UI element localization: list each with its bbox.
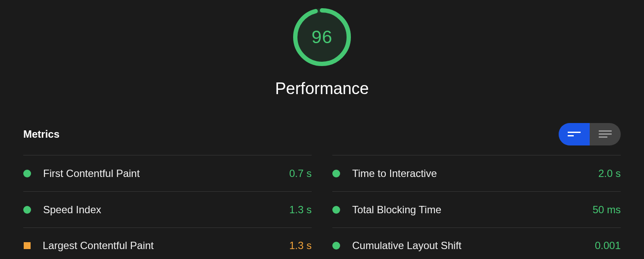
status-good-icon	[23, 206, 31, 214]
score-gauge: 96	[292, 7, 352, 67]
metric-value: 2.0 s	[598, 167, 621, 180]
metric-label: Largest Contentful Paint	[43, 240, 289, 252]
metrics-view-toggle[interactable]	[559, 123, 621, 145]
metric-value: 0.001	[595, 240, 621, 252]
status-warn-icon	[24, 242, 31, 249]
status-good-icon	[332, 170, 340, 177]
metric-label: First Contentful Paint	[43, 167, 289, 180]
view-toggle-compact[interactable]	[559, 123, 590, 145]
metric-label: Time to Interactive	[352, 167, 598, 180]
metric-row[interactable]: Cumulative Layout Shift0.001	[332, 227, 621, 259]
gauge-score-value: 96	[292, 7, 352, 67]
svg-rect-6	[599, 136, 607, 138]
status-good-icon	[332, 206, 340, 214]
metric-row[interactable]: Time to Interactive2.0 s	[332, 155, 621, 191]
status-good-icon	[23, 170, 31, 177]
metric-label: Cumulative Layout Shift	[352, 240, 595, 252]
metric-label: Total Blocking Time	[352, 204, 593, 216]
category-title: Performance	[275, 79, 369, 98]
bars-short-icon	[568, 130, 581, 138]
svg-rect-5	[599, 133, 612, 135]
score-gauge-section: 96 Performance	[23, 7, 621, 98]
metrics-heading: Metrics	[23, 128, 59, 140]
metrics-grid: First Contentful Paint0.7 sSpeed Index1.…	[23, 155, 621, 259]
metrics-column-right: Time to Interactive2.0 sTotal Blocking T…	[332, 155, 621, 259]
metrics-column-left: First Contentful Paint0.7 sSpeed Index1.…	[23, 155, 312, 259]
metric-row[interactable]: First Contentful Paint0.7 s	[23, 155, 312, 191]
view-toggle-expanded[interactable]	[590, 123, 621, 145]
metric-row[interactable]: Speed Index1.3 s	[23, 191, 312, 227]
metric-value: 1.3 s	[289, 204, 312, 216]
bars-long-icon	[599, 130, 612, 139]
metric-row[interactable]: Largest Contentful Paint1.3 s	[23, 227, 312, 259]
metric-value: 1.3 s	[289, 240, 312, 252]
status-good-icon	[332, 242, 340, 250]
metric-label: Speed Index	[43, 204, 289, 216]
metric-row[interactable]: Total Blocking Time50 ms	[332, 191, 621, 227]
svg-rect-4	[599, 130, 612, 132]
svg-rect-3	[568, 135, 574, 136]
svg-rect-2	[568, 132, 581, 133]
metric-value: 50 ms	[593, 204, 621, 216]
metric-value: 0.7 s	[289, 167, 312, 180]
